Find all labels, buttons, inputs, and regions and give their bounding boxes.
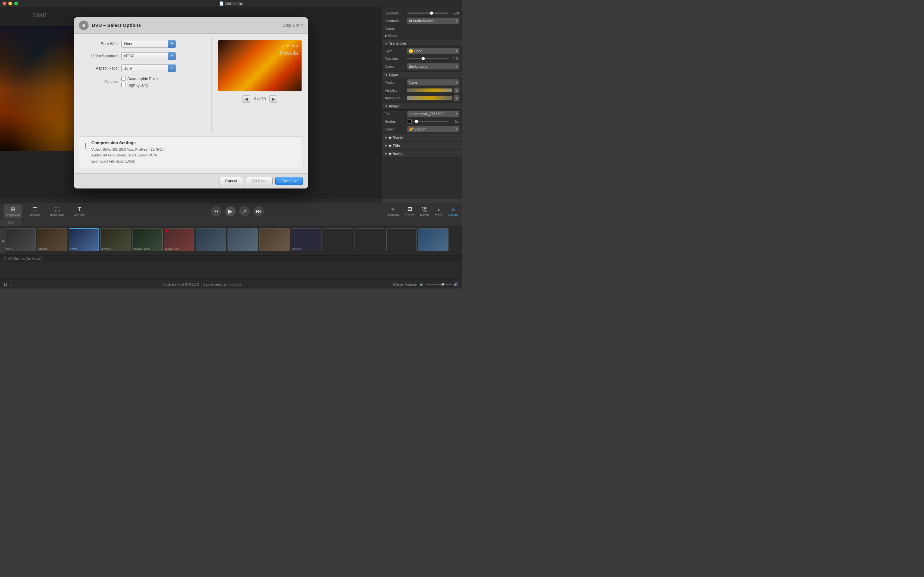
highquality-row: High Quality bbox=[121, 83, 159, 87]
visibility-controls[interactable]: ▼ bbox=[407, 87, 459, 93]
slide-thumb-8[interactable] bbox=[228, 228, 258, 251]
storyboard-icon: ⊞ bbox=[11, 206, 15, 213]
color-wrapper[interactable]: 🌈 Custom ▼ bbox=[407, 126, 459, 132]
audio-track: 🎵 02 Cherubs (No Vocals) bbox=[0, 255, 462, 262]
slide-thumb-10[interactable]: snippets bbox=[291, 228, 321, 251]
transition-type-wrapper[interactable]: 🟡 Fade ▼ bbox=[407, 48, 459, 54]
duration-slider-container[interactable]: 5,8s bbox=[407, 11, 459, 15]
name-label: Name: bbox=[384, 27, 407, 31]
transition-duration-value: 1,0s bbox=[450, 57, 459, 61]
file-wrapper[interactable]: shutterstock_7818302... ▼ bbox=[407, 111, 459, 117]
cancel-button[interactable]: Cancel bbox=[219, 177, 243, 185]
border-row: Border: 0pt bbox=[382, 118, 462, 125]
burn-with-select[interactable]: None bbox=[121, 40, 176, 48]
animation-btn[interactable]: ▼ bbox=[454, 95, 459, 101]
slide-thumb-13[interactable] bbox=[386, 228, 417, 251]
border-color-swatch[interactable] bbox=[407, 119, 412, 124]
color-select[interactable]: 🌈 Custom bbox=[407, 126, 459, 132]
transition-duration-slider-container[interactable]: 1,0s bbox=[407, 57, 459, 61]
title-section-header[interactable]: ▼ ▶ Title bbox=[382, 142, 462, 149]
continue-select[interactable]: At Audio Marker bbox=[407, 18, 459, 24]
border-controls[interactable]: 0pt bbox=[407, 119, 459, 124]
visibility-slider[interactable] bbox=[407, 89, 452, 92]
snippets-tool[interactable]: ✂ Snippets bbox=[388, 206, 399, 216]
timeline-toolbar: ⊞ Storyboard ☰ Timeline ⬚ Blank Slide T … bbox=[0, 203, 462, 219]
video-standard-select[interactable]: NTSC bbox=[121, 52, 176, 60]
slide-thumb-4[interactable]: anything bbox=[100, 228, 131, 251]
mask-wrapper[interactable]: None ▼ bbox=[407, 79, 459, 85]
export-button[interactable]: ↗ bbox=[239, 206, 250, 216]
audio-tool[interactable]: ♪ Audio bbox=[435, 206, 443, 216]
audio-section-header[interactable]: ▼ ▶ Audio bbox=[382, 150, 462, 157]
fast-forward-button[interactable]: ⏭ bbox=[254, 206, 264, 216]
minimize-button[interactable] bbox=[8, 2, 12, 5]
blank-slide-tool[interactable]: ⬚ Blank Slide bbox=[48, 205, 66, 218]
duration-label: Duration: bbox=[384, 11, 407, 15]
continue-button[interactable]: Continue bbox=[275, 177, 303, 185]
slide-thumb-7[interactable] bbox=[196, 228, 226, 251]
timeline-header-left: 3,0s bbox=[0, 219, 23, 226]
options-label: Options bbox=[448, 213, 458, 216]
storyboard-label: Storyboard bbox=[6, 213, 20, 217]
color-label: Color: bbox=[384, 127, 407, 131]
slide-thumb-12[interactable] bbox=[355, 228, 385, 251]
mask-label: Mask: bbox=[384, 81, 407, 84]
notes-row[interactable]: ▶ Notes: bbox=[382, 32, 462, 39]
transition-color-select[interactable]: Background bbox=[407, 63, 459, 69]
slide-thumb-11[interactable] bbox=[323, 228, 353, 251]
add-title-tool[interactable]: T Add Title bbox=[72, 205, 87, 218]
timeline-scroll-left[interactable]: ◀ bbox=[0, 228, 5, 253]
notes-label[interactable]: ▶ Notes: bbox=[384, 34, 399, 38]
preview-next-button[interactable]: ▶ bbox=[270, 95, 277, 103]
maximize-button[interactable] bbox=[14, 2, 18, 5]
file-select[interactable]: shutterstock_7818302... bbox=[407, 111, 459, 117]
slide-thumb-5[interactable]: images / audio bbox=[132, 228, 163, 251]
aspect-ratio-wrapper[interactable]: 16:9 ▼ bbox=[121, 64, 176, 72]
animation-controls[interactable]: ▼ bbox=[407, 95, 459, 101]
slide-thumb-3[interactable]: travels bbox=[69, 228, 99, 251]
duration-slider[interactable] bbox=[407, 13, 449, 14]
anamorphic-checkbox[interactable] bbox=[121, 77, 126, 81]
mask-select[interactable]: None bbox=[407, 79, 459, 85]
slide-thumb-15[interactable] bbox=[418, 228, 449, 251]
burn-with-wrapper[interactable]: None ▼ bbox=[121, 40, 176, 48]
transition-duration-slider[interactable] bbox=[407, 58, 449, 59]
modal-preview: your next travels ◀ 6 of 60 ▶ bbox=[212, 34, 308, 136]
aspect-ratio-select[interactable]: 16:9 bbox=[121, 64, 176, 72]
transition-triangle: ▼ bbox=[384, 42, 388, 45]
transition-type-select[interactable]: 🟡 Fade bbox=[407, 48, 459, 54]
compression-text: Video: 854x480, 29.97fps, ProRes 422 (HQ… bbox=[91, 147, 164, 164]
preview-prev-button[interactable]: ◀ bbox=[242, 95, 250, 103]
visibility-btn[interactable]: ▼ bbox=[454, 87, 459, 93]
slide-thumb-6[interactable]: Cusco, Peru bbox=[164, 228, 194, 251]
slide-thumb-1[interactable]: story... bbox=[5, 228, 36, 251]
slide-bg-9 bbox=[260, 229, 289, 251]
slide-thumb-2[interactable]: wedding bbox=[37, 228, 67, 251]
slide-thumb-9[interactable] bbox=[259, 228, 290, 251]
movie-section-header[interactable]: ▼ ▶ Movie bbox=[382, 134, 462, 141]
image-section-header[interactable]: ▼ Image bbox=[382, 103, 462, 110]
images-tool[interactable]: 🖼 Images bbox=[405, 206, 415, 216]
transition-duration-row: Duration: 1,0s bbox=[382, 55, 462, 62]
transition-color-wrapper[interactable]: Background ▼ bbox=[407, 63, 459, 69]
storyboard-tool[interactable]: ⊞ Storyboard bbox=[4, 205, 22, 218]
snippets-label: Snippets bbox=[388, 213, 399, 216]
border-slider[interactable] bbox=[413, 121, 449, 122]
window-controls[interactable] bbox=[3, 2, 18, 5]
rewind-button[interactable]: ⏮ bbox=[211, 206, 221, 216]
go-back-button[interactable]: Go Back bbox=[246, 177, 273, 185]
video-standard-wrapper[interactable]: NTSC ▼ bbox=[121, 52, 176, 60]
play-button[interactable]: ▶ bbox=[225, 206, 236, 216]
animation-label: Animation: bbox=[384, 96, 407, 100]
continue-select-wrapper[interactable]: At Audio Marker ▼ bbox=[407, 18, 459, 24]
master-volume-slider[interactable] bbox=[426, 284, 452, 285]
images-label: Images bbox=[405, 213, 415, 216]
movies-tool[interactable]: 🎬 Movies bbox=[420, 206, 429, 216]
animation-slider[interactable] bbox=[407, 96, 452, 100]
close-button[interactable] bbox=[3, 2, 6, 5]
timeline-tool[interactable]: ☰ Timeline bbox=[27, 205, 42, 218]
layer-section-header[interactable]: ▼ Layer bbox=[382, 71, 462, 78]
options-tool[interactable]: ⚙ Options bbox=[448, 206, 458, 216]
highquality-checkbox[interactable] bbox=[121, 83, 126, 87]
transition-section-header[interactable]: ▼ Transition bbox=[382, 40, 462, 47]
